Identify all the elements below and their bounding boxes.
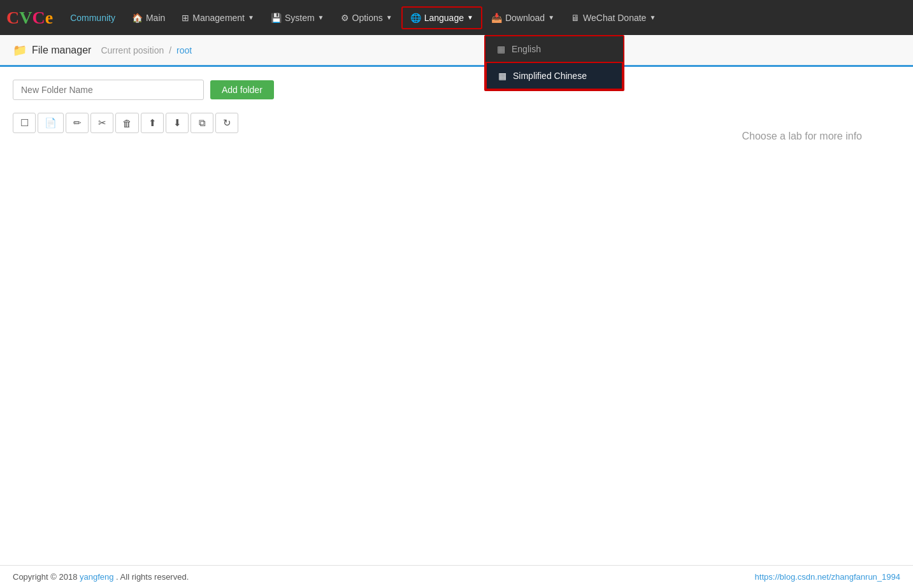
system-caret: ▼ bbox=[318, 14, 324, 21]
nav-item-download[interactable]: 📥 Download ▼ bbox=[484, 8, 562, 28]
footer-url-text: https://blog.csdn.net/zhangfanrun_1994 bbox=[755, 572, 900, 582]
language-caret: ▼ bbox=[467, 14, 473, 21]
rename-button[interactable]: ✏ bbox=[66, 113, 89, 133]
nav-item-language[interactable]: 🌐 Language ▼ bbox=[401, 6, 482, 29]
new-folder-input[interactable] bbox=[13, 80, 204, 100]
management-caret: ▼ bbox=[248, 14, 254, 21]
upload-button[interactable]: ⬆ bbox=[141, 113, 164, 133]
community-label: Community bbox=[70, 13, 115, 23]
breadcrumb-separator: / bbox=[169, 45, 171, 55]
add-folder-button[interactable]: Add folder bbox=[210, 80, 274, 99]
download-label: Download bbox=[505, 13, 545, 23]
file-manager-title: 📁 File manager bbox=[13, 43, 91, 57]
nav-items: Community 🏠 Main ⊞ Management ▼ 💾 System… bbox=[62, 6, 907, 29]
management-label: Management bbox=[192, 13, 245, 23]
lang-option-english[interactable]: ▦ English bbox=[485, 36, 623, 62]
nav-item-management[interactable]: ⊞ Management ▼ bbox=[174, 8, 262, 28]
wechat-label: WeChat Donate bbox=[583, 13, 646, 23]
main-label: Main bbox=[146, 13, 165, 23]
simplified-chinese-lang-icon: ▦ bbox=[498, 71, 507, 81]
footer-url: https://blog.csdn.net/zhangfanrun_1994 bbox=[755, 572, 900, 582]
footer: Copyright © 2018 yangfeng . All rights r… bbox=[0, 565, 913, 588]
nav-item-options[interactable]: ⚙ Options ▼ bbox=[333, 8, 400, 28]
nav-item-main[interactable]: 🏠 Main bbox=[124, 8, 173, 28]
system-label: System bbox=[285, 13, 315, 23]
download-caret: ▼ bbox=[548, 14, 554, 21]
copyright-text: Copyright © 2018 bbox=[13, 572, 80, 582]
nav-item-system[interactable]: 💾 System ▼ bbox=[263, 8, 332, 28]
cut-button[interactable]: ✂ bbox=[90, 113, 113, 133]
folder-toolbar: Add folder bbox=[13, 80, 900, 100]
simplified-chinese-lang-label: Simplified Chinese bbox=[513, 71, 587, 81]
lang-option-simplified-chinese[interactable]: ▦ Simplified Chinese bbox=[485, 62, 623, 90]
file-manager-icon: 📁 bbox=[13, 43, 27, 57]
footer-author-link[interactable]: yangfeng bbox=[80, 572, 114, 582]
main-content: Add folder ☐ 📄 ✏ ✂ 🗑 ⬆ ⬇ ⧉ ↻ Choose a la… bbox=[0, 67, 913, 565]
management-icon: ⊞ bbox=[182, 13, 189, 23]
options-label: Options bbox=[352, 13, 383, 23]
brand-logo[interactable]: CVCe bbox=[6, 8, 53, 28]
rights-text: . All rights reserved. bbox=[116, 572, 189, 582]
breadcrumb-root-link[interactable]: root bbox=[176, 45, 192, 55]
options-caret: ▼ bbox=[386, 14, 392, 21]
globe-icon: 🌐 bbox=[410, 13, 421, 23]
refresh-button[interactable]: ↻ bbox=[215, 113, 238, 133]
download-file-button[interactable]: ⬇ bbox=[166, 113, 189, 133]
navbar: CVCe Community 🏠 Main ⊞ Management ▼ 💾 S… bbox=[0, 0, 913, 35]
new-file-button[interactable]: 📄 bbox=[38, 113, 64, 133]
wechat-caret: ▼ bbox=[649, 14, 656, 21]
footer-copyright: Copyright © 2018 yangfeng . All rights r… bbox=[13, 572, 189, 582]
system-icon: 💾 bbox=[271, 13, 282, 23]
main-icon: 🏠 bbox=[132, 13, 143, 23]
breadcrumb-current-position: Current position bbox=[101, 45, 164, 55]
nav-item-wechat[interactable]: 🖥 WeChat Donate ▼ bbox=[563, 8, 663, 28]
language-label: Language bbox=[424, 13, 464, 23]
language-dropdown: ▦ English ▦ Simplified Chinese bbox=[484, 35, 624, 91]
options-icon: ⚙ bbox=[341, 13, 349, 23]
copy-button[interactable]: ⧉ bbox=[191, 113, 213, 133]
english-lang-icon: ▦ bbox=[497, 44, 505, 54]
breadcrumb-bar: 📁 File manager Current position / root bbox=[0, 35, 913, 67]
logo-text: CVCe bbox=[6, 8, 53, 28]
file-manager-label: File manager bbox=[32, 45, 91, 56]
select-all-button[interactable]: ☐ bbox=[13, 113, 36, 133]
nav-item-community[interactable]: Community bbox=[62, 8, 123, 28]
delete-button[interactable]: 🗑 bbox=[115, 113, 139, 133]
wechat-icon: 🖥 bbox=[571, 13, 580, 23]
english-lang-label: English bbox=[512, 44, 541, 54]
empty-state-message: Choose a lab for more info bbox=[742, 131, 862, 142]
download-icon: 📥 bbox=[491, 13, 502, 23]
